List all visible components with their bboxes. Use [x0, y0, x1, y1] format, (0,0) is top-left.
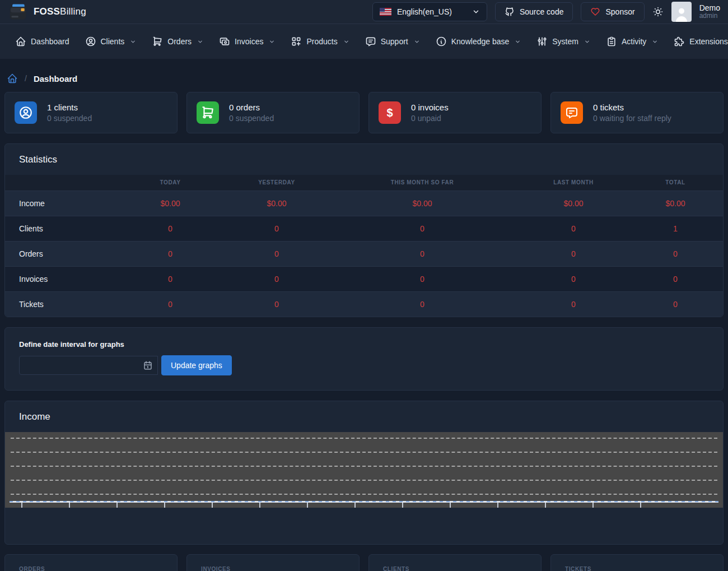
brand[interactable]: FOSSBilling [8, 2, 86, 21]
column-header: TOTAL [627, 175, 724, 191]
table-row: Orders 0 0 0 0 0 [5, 241, 724, 266]
cell-value: 0 [520, 216, 627, 241]
cell-value: 0 [520, 291, 627, 317]
card-title: 1 clients [47, 103, 92, 112]
panel-title: ORDERS [19, 566, 163, 571]
chevron-down-icon [472, 8, 480, 16]
clients-summary-card[interactable]: 1 clients 0 suspended [4, 92, 178, 133]
sponsor-label: Sponsor [605, 7, 634, 16]
cell-value: $0.00 [324, 191, 520, 216]
cell-value: 1 [627, 216, 724, 241]
nav-label: Clients [101, 37, 125, 46]
cell-value: 0 [111, 241, 229, 266]
table-row: Invoices 0 0 0 0 0 [5, 266, 724, 291]
nav-item-extensions[interactable]: Extensions [668, 31, 728, 52]
chevron-down-icon [197, 39, 203, 45]
nav-item-dashboard[interactable]: Dashboard [9, 31, 76, 52]
income-chart-plot[interactable] [5, 432, 723, 508]
orders-panel[interactable]: ORDERS [4, 554, 178, 571]
card-subtitle: 0 waiting for staff reply [593, 114, 671, 123]
nav-item-clients[interactable]: Clients [79, 31, 143, 52]
chevron-down-icon [343, 39, 349, 45]
heart-icon [590, 7, 600, 17]
language-select[interactable]: English(en_US) [372, 2, 487, 21]
dollar-icon: $ [379, 101, 401, 124]
nav-label: Activity [622, 37, 646, 46]
theme-toggle-button[interactable] [652, 6, 664, 17]
chevron-down-icon [130, 39, 136, 45]
user-avatar[interactable] [671, 2, 692, 22]
date-interval-input[interactable] [20, 356, 157, 374]
nav-item-invoices[interactable]: Invoices [213, 31, 281, 52]
date-interval-label: Define date interval for graphs [19, 340, 709, 349]
cell-value: $0.00 [627, 191, 724, 216]
chevron-down-icon [414, 39, 420, 45]
table-header-row: TODAY YESTERDAY THIS MONTH SO FAR LAST M… [5, 175, 724, 191]
cell-value: 0 [111, 266, 229, 291]
row-label: Income [5, 191, 111, 216]
card-title: 0 invoices [411, 103, 449, 112]
fossbilling-admin-page: FOSSBilling English(en_US) [0, 0, 728, 571]
topbar: FOSSBilling English(en_US) [0, 0, 728, 24]
chevron-down-icon [269, 39, 275, 45]
cell-value: 0 [229, 291, 324, 317]
breadcrumb-separator: / [25, 74, 27, 83]
breadcrumb-home-icon[interactable] [7, 73, 18, 84]
message-icon [365, 36, 376, 47]
tickets-panel[interactable]: TICKETS [550, 554, 724, 571]
invoices-summary-card[interactable]: $ 0 invoices 0 unpaid [368, 92, 542, 133]
nav-item-products[interactable]: Products [284, 31, 355, 52]
row-label: Clients [5, 216, 111, 241]
chevron-down-icon [515, 39, 521, 45]
nav-item-system[interactable]: System [530, 31, 596, 52]
nav-item-orders[interactable]: Orders [146, 31, 209, 52]
cell-value: 0 [111, 216, 229, 241]
invoices-panel[interactable]: INVOICES [186, 554, 360, 571]
cell-value: $0.00 [111, 191, 229, 216]
nav-item-knowledge-base[interactable]: Knowledge base [430, 31, 528, 52]
grid-add-icon [291, 36, 302, 47]
nav-label: Products [306, 37, 337, 46]
content-area: / Dashboard 1 clients 0 suspended 0 orde… [0, 72, 728, 571]
source-code-button[interactable]: Source code [495, 2, 573, 21]
date-interval-input-wrap [19, 356, 158, 375]
income-panel: Income [4, 401, 724, 545]
card-subtitle: 0 unpaid [411, 114, 449, 123]
statistics-panel: Statistics TODAY YESTERDAY THIS MONTH SO… [4, 143, 724, 317]
cell-value: $0.00 [520, 191, 627, 216]
user-role: admin [699, 12, 720, 20]
clients-panel[interactable]: CLIENTS [368, 554, 542, 571]
date-interval-panel: Define date interval for graphs Update g… [4, 327, 724, 391]
column-header: LAST MONTH [520, 175, 627, 191]
github-icon [505, 7, 515, 17]
user-block[interactable]: Demo admin [699, 3, 720, 20]
shopping-cart-icon [197, 101, 219, 124]
table-row: Income $0.00 $0.00 $0.00 $0.00 $0.00 [5, 191, 724, 216]
panel-title: CLIENTS [383, 566, 527, 571]
topbar-right: English(en_US) Source code Sponsor [372, 2, 720, 22]
nav-item-activity[interactable]: Activity [600, 31, 664, 52]
panel-title: INVOICES [201, 566, 345, 571]
tickets-summary-card[interactable]: 0 tickets 0 waiting for staff reply [550, 92, 724, 133]
chart-gridline [11, 480, 717, 481]
orders-summary-card[interactable]: 0 orders 0 suspended [186, 92, 360, 133]
puzzle-icon [674, 36, 685, 47]
chart-gridline [11, 466, 717, 467]
cash-icon [219, 36, 230, 47]
shopping-cart-icon [152, 36, 163, 47]
nav-item-support[interactable]: Support [359, 31, 426, 52]
brand-name: FOSSBilling [34, 6, 86, 17]
row-label: Tickets [5, 291, 111, 317]
brand-light: Billing [60, 6, 86, 17]
sponsor-button[interactable]: Sponsor [581, 2, 644, 21]
cell-value: 0 [324, 216, 520, 241]
chart-spacer [5, 508, 723, 544]
update-graphs-button[interactable]: Update graphs [161, 355, 232, 375]
cell-value: 0 [520, 266, 627, 291]
summary-cards-row: 1 clients 0 suspended 0 orders 0 suspend… [4, 92, 724, 133]
cell-value: $0.00 [229, 191, 324, 216]
user-circle-icon [15, 101, 37, 124]
nav-label: Dashboard [31, 37, 69, 46]
table-row: Tickets 0 0 0 0 0 [5, 291, 724, 317]
info-circle-icon [436, 36, 447, 47]
